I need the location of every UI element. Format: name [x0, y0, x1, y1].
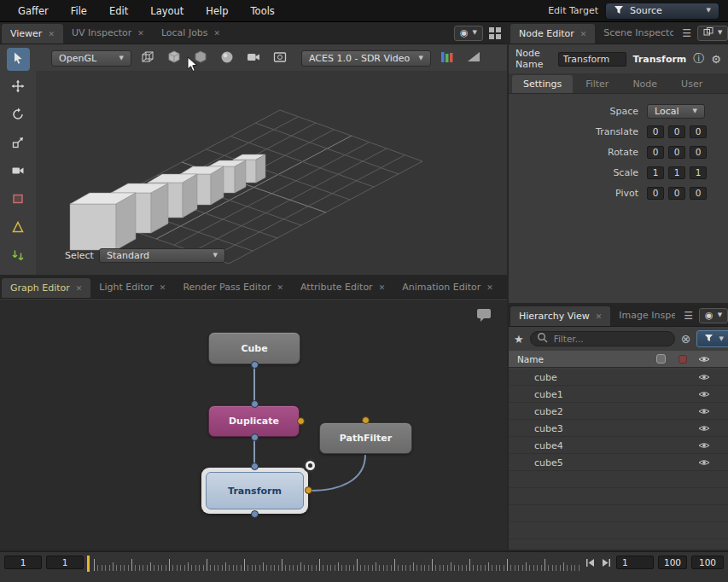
- viewer-focus-menu-button[interactable]: ◉ ▼: [454, 26, 483, 41]
- scale-tool-button[interactable]: [7, 132, 30, 155]
- menu-tools[interactable]: Tools: [240, 5, 286, 17]
- wireframe-mode-button[interactable]: [137, 48, 158, 68]
- plug-duplicate-in[interactable]: [251, 400, 259, 408]
- tab-list-menu-icon[interactable]: ☰: [682, 27, 691, 39]
- close-icon[interactable]: ✕: [214, 29, 221, 38]
- transform-constraint-tool-button[interactable]: [7, 245, 30, 268]
- layout-grid-icon[interactable]: [489, 27, 501, 39]
- plug-pathfilter-in[interactable]: [362, 416, 370, 424]
- select-mode-dropdown[interactable]: Standard ▼: [99, 248, 225, 263]
- space-dropdown[interactable]: Local ▼: [647, 104, 705, 119]
- hierarchy-row-cube3[interactable]: cube3: [509, 420, 728, 437]
- play-button[interactable]: [600, 556, 612, 569]
- skip-to-start-button[interactable]: [584, 556, 596, 569]
- timeline-ruler[interactable]: [94, 556, 579, 571]
- scale-y-field[interactable]: 1: [668, 166, 685, 179]
- camera-tool-button[interactable]: [7, 160, 30, 183]
- range-end-field[interactable]: 100: [658, 556, 687, 569]
- tab-node[interactable]: Node: [621, 75, 668, 93]
- select-tool-button[interactable]: [7, 48, 30, 71]
- scale-z-field[interactable]: 1: [690, 166, 707, 179]
- filter-search-field[interactable]: [530, 331, 675, 346]
- menu-help[interactable]: Help: [195, 5, 239, 17]
- eye-icon[interactable]: [693, 458, 714, 467]
- tab-viewer[interactable]: Viewer ✕: [2, 24, 63, 44]
- shaded-mode-button[interactable]: [190, 48, 211, 68]
- rotate-z-field[interactable]: 0: [690, 146, 707, 159]
- pivot-x-field[interactable]: 0: [647, 187, 664, 200]
- tab-node-editor[interactable]: Node Editor ✕: [510, 24, 595, 44]
- tab-user[interactable]: User: [670, 75, 713, 93]
- hierarchy-focus-menu-button[interactable]: ◉ ▼: [699, 308, 728, 323]
- tab-light-editor[interactable]: Light Editor ✕: [90, 276, 174, 298]
- close-icon[interactable]: ✕: [580, 30, 587, 38]
- channels-button[interactable]: [437, 48, 457, 68]
- exposure-button[interactable]: [463, 48, 484, 68]
- star-icon[interactable]: ★: [514, 333, 524, 346]
- translate-x-field[interactable]: 0: [647, 125, 664, 138]
- node-pathfilter[interactable]: PathFilter: [319, 422, 412, 454]
- hierarchy-row-cube[interactable]: cube: [509, 369, 728, 386]
- light-tool-button[interactable]: [7, 217, 30, 240]
- rotate-x-field[interactable]: 0: [647, 146, 664, 159]
- pivot-z-field[interactable]: 0: [690, 187, 707, 200]
- tab-render-pass-editor[interactable]: Render Pass Editor ✕: [174, 276, 292, 298]
- eye-icon[interactable]: [693, 441, 714, 450]
- plug-transform-out[interactable]: [251, 510, 259, 518]
- eye-icon[interactable]: [693, 373, 714, 381]
- clear-filter-icon[interactable]: ⊗: [681, 332, 691, 346]
- camera-settings-button[interactable]: [243, 48, 264, 68]
- shading-column-icon[interactable]: [650, 354, 672, 364]
- pivot-y-field[interactable]: 0: [668, 187, 685, 200]
- filter-dropdown-button[interactable]: ▼: [696, 330, 728, 347]
- frame-field[interactable]: 1: [616, 556, 654, 569]
- tab-image-inspector[interactable]: Image Inspe: [610, 305, 684, 326]
- node-duplicate[interactable]: Duplicate: [208, 405, 300, 437]
- tab-local-jobs[interactable]: Local Jobs ✕: [153, 22, 229, 44]
- plug-transform-in[interactable]: [251, 463, 259, 470]
- translate-tool-button[interactable]: [7, 76, 30, 99]
- menu-file[interactable]: File: [60, 5, 98, 17]
- plug-cube-out[interactable]: [251, 361, 259, 369]
- tab-hierarchy-view[interactable]: Hierarchy View ✕: [510, 306, 610, 326]
- current-frame-field[interactable]: 1: [46, 556, 84, 569]
- hierarchy-row-cube1[interactable]: cube1: [509, 386, 728, 403]
- renderer-dropdown[interactable]: OpenGL ▼: [51, 50, 131, 67]
- edit-target-dropdown[interactable]: Source ▼: [605, 3, 719, 20]
- scale-x-field[interactable]: 1: [647, 166, 664, 179]
- tab-scene-inspector[interactable]: Scene Inspecto: [595, 22, 682, 44]
- tab-attribute-editor[interactable]: Attribute Editor ✕: [292, 276, 393, 298]
- node-name-input[interactable]: [558, 52, 626, 67]
- hierarchy-row-cube2[interactable]: cube2: [509, 403, 728, 420]
- plug-transform-filter[interactable]: [305, 486, 312, 494]
- playhead-marker[interactable]: [87, 556, 90, 572]
- translate-z-field[interactable]: 0: [690, 125, 707, 138]
- eye-icon[interactable]: [693, 407, 714, 416]
- editor-focus-menu-button[interactable]: ▼: [697, 26, 728, 41]
- tab-filter[interactable]: Filter: [574, 75, 620, 93]
- close-icon[interactable]: ✕: [76, 284, 83, 293]
- eye-icon[interactable]: [693, 390, 714, 399]
- hierarchy-row-cube5[interactable]: cube5: [509, 454, 728, 471]
- crop-window-tool-button[interactable]: [7, 189, 30, 212]
- gear-icon[interactable]: ⚙: [711, 53, 721, 66]
- total-end-field[interactable]: 100: [691, 556, 724, 569]
- info-icon[interactable]: ⓘ: [693, 51, 704, 67]
- graph-canvas[interactable]: Cube Duplicate PathFilter Transform: [0, 300, 507, 550]
- range-start-field[interactable]: 1: [4, 556, 42, 569]
- translate-y-field[interactable]: 0: [668, 125, 685, 138]
- plug-duplicate-side[interactable]: [297, 417, 305, 425]
- render-view-button[interactable]: [270, 48, 290, 68]
- close-icon[interactable]: ✕: [379, 283, 386, 292]
- close-icon[interactable]: ✕: [486, 283, 493, 292]
- filter-connection-indicator[interactable]: [303, 458, 317, 473]
- menu-gaffer[interactable]: Gaffer: [7, 5, 60, 17]
- close-icon[interactable]: ✕: [48, 30, 55, 38]
- tab-uv-inspector[interactable]: UV Inspector ✕: [63, 22, 153, 44]
- rotate-y-field[interactable]: 0: [668, 146, 685, 159]
- close-icon[interactable]: ✕: [137, 29, 144, 38]
- viewport-3d[interactable]: Select Standard ▼: [36, 71, 507, 275]
- tab-animation-editor[interactable]: Animation Editor ✕: [393, 276, 502, 298]
- close-icon[interactable]: ✕: [277, 283, 283, 292]
- tab-settings[interactable]: Settings: [512, 75, 573, 93]
